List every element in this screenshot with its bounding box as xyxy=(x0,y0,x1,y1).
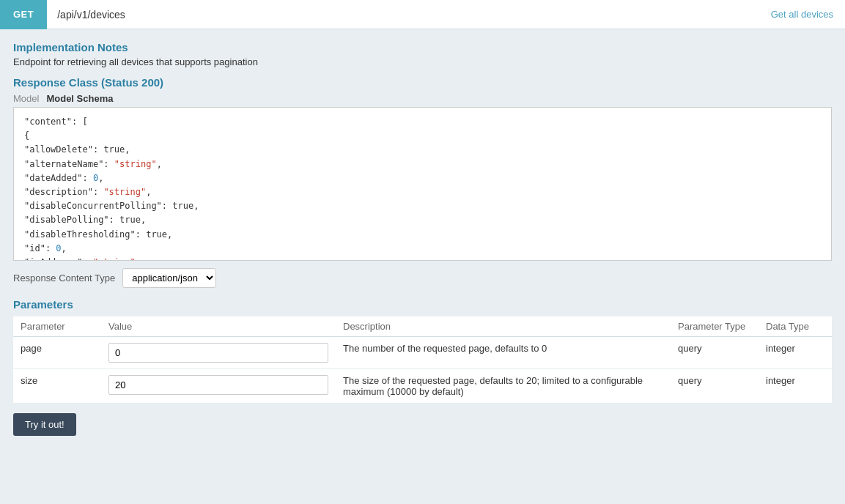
model-tabs: Model Model Schema xyxy=(13,93,832,104)
model-tab[interactable]: Model xyxy=(13,93,39,104)
code-block: "content": [ { "allowDelete": true, "alt… xyxy=(13,107,832,261)
parameters-table: Parameter Value Description Parameter Ty… xyxy=(13,316,832,403)
response-class-heading: Response Class (Status 200) xyxy=(13,76,832,89)
response-content-type-row: Response Content Type application/json a… xyxy=(13,268,832,288)
param-name: size xyxy=(13,369,101,404)
implementation-notes-heading: Implementation Notes xyxy=(13,41,832,53)
get-all-devices-link[interactable]: Get all devices xyxy=(759,9,845,20)
data-type: integer xyxy=(759,369,832,404)
content-type-select[interactable]: application/json application/xml text/pl… xyxy=(122,268,216,288)
param-description: The size of the requested page, defaults… xyxy=(336,369,671,404)
col-header-parameter-type: Parameter Type xyxy=(671,316,759,337)
try-it-out-button[interactable]: Try it out! xyxy=(13,413,76,436)
implementation-notes-desc: Endpoint for retrieving all devices that… xyxy=(13,56,832,67)
param-value-input[interactable] xyxy=(108,343,328,363)
model-schema-tab[interactable]: Model Schema xyxy=(46,93,113,104)
col-header-description: Description xyxy=(336,316,671,337)
api-path: /api/v1/devices xyxy=(47,9,759,21)
param-name: page xyxy=(13,337,101,369)
parameters-heading: Parameters xyxy=(13,298,832,311)
param-description: The number of the requested page, defaul… xyxy=(336,337,671,369)
table-row: pageThe number of the requested page, de… xyxy=(13,337,832,369)
table-row: sizeThe size of the requested page, defa… xyxy=(13,369,832,404)
method-badge: GET xyxy=(0,0,47,29)
param-value-cell xyxy=(101,369,336,404)
col-header-parameter: Parameter xyxy=(13,316,101,337)
param-value-cell xyxy=(101,337,336,369)
param-type: query xyxy=(671,369,759,404)
col-header-value: Value xyxy=(101,316,336,337)
col-header-data-type: Data Type xyxy=(759,316,832,337)
main-content: Implementation Notes Endpoint for retrie… xyxy=(0,29,845,449)
api-header: GET /api/v1/devices Get all devices xyxy=(0,0,845,29)
response-content-type-label: Response Content Type xyxy=(13,273,115,284)
param-type: query xyxy=(671,337,759,369)
data-type: integer xyxy=(759,337,832,369)
param-value-input[interactable] xyxy=(108,375,328,395)
